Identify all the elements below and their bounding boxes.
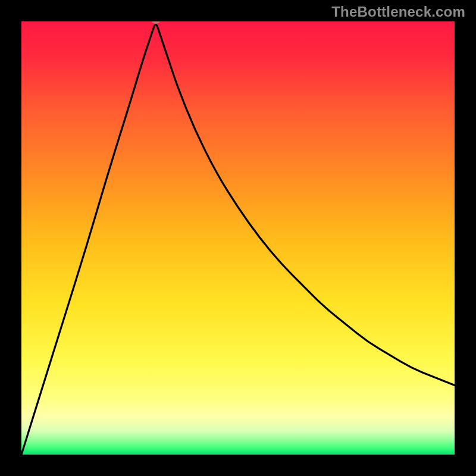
- plot-area: [21, 21, 455, 455]
- bottleneck-curve: [21, 21, 455, 455]
- watermark-text: TheBottleneck.com: [331, 4, 465, 20]
- chart-frame: TheBottleneck.com: [0, 0, 476, 476]
